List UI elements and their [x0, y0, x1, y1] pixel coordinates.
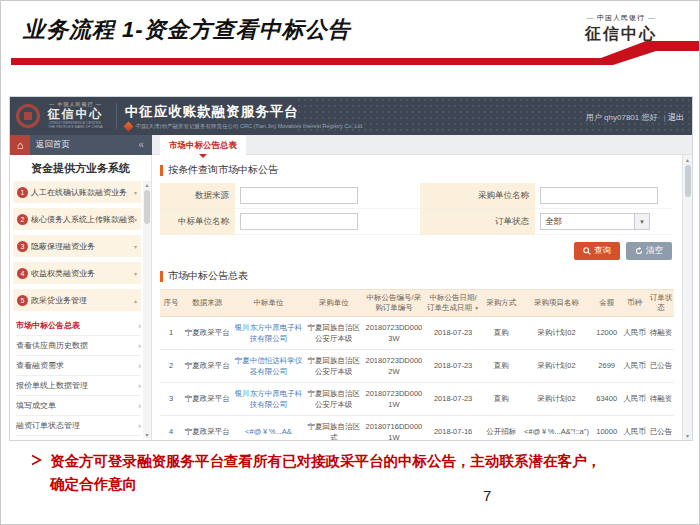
crc-logo-block: 中国人民银行 征信中心 CREDIT REFERENCE CENTER, THE… [10, 102, 114, 129]
arrow-right-icon [138, 321, 141, 331]
scrollbar-thumb[interactable] [144, 190, 150, 224]
winner-name-input[interactable] [240, 213, 358, 230]
purchaser-name-input[interactable] [540, 187, 658, 204]
query-section-title: 按条件查询市场中标公告 [168, 163, 278, 177]
arrow-right-icon [138, 361, 141, 371]
header-divider [116, 103, 117, 129]
sidebar-menu-item-3[interactable]: 3 隐蔽保理融资业务 [13, 235, 141, 257]
nav-bar: 返回首页 [10, 135, 152, 155]
crc-english-line2: THE PEOPLE'S BANK OF CHINA [48, 126, 103, 130]
main-scrollbar[interactable] [682, 155, 692, 440]
table-row: 3 宁夏政采平台 银川东方中原电子科技有限公司 宁夏回族自治区公安厅本级 201… [160, 383, 674, 416]
sidebar-title: 资金提供方业务系统 [10, 155, 151, 179]
scroll-down-icon[interactable] [683, 432, 692, 439]
slide: 业务流程 1-资金方查看中标公告 中国人民银行 征信中心 中国人民银行 征信中心… [0, 0, 700, 525]
submenu-item-online-data-mgmt[interactable]: 报价单线上数据管理 [16, 376, 141, 396]
chevron-down-icon [134, 243, 137, 250]
submenu-item-view-deal-info[interactable]: 查看成交信息 [16, 436, 141, 440]
main-content: 按条件查询市场中标公告 数据来源 采购单位名称 中标单位名称 订单状态 [152, 155, 682, 440]
table-row: 1 宁夏政采平台 银川东方中原电子科技有限公司 宁夏回族自治区公安厅本级 201… [160, 317, 674, 350]
footer-annotation-text: 资金方可登录融资服务平台查看所有已对接政采平台的中标公告，主动联系潜在客户， 确… [50, 450, 601, 496]
menu-number-badge: 4 [17, 268, 28, 279]
sidebar-menu-item-2[interactable]: 2 核心债务人系统上传账款融资业务 [13, 208, 141, 230]
red-ribbon-divider [1, 39, 700, 67]
company-name-cn: 中国(天津)动产融资登记服务有限责任公司 [136, 123, 239, 129]
section-marker [160, 271, 163, 282]
submenu-item-financing-demand[interactable]: 查看融资需求 [16, 356, 141, 376]
app-screenshot: 中国人民银行 征信中心 CREDIT REFERENCE CENTER, THE… [9, 96, 693, 441]
table-row: 2 宁夏政采平台 宁夏中信恒达科学仪器有限公司 宁夏回族自治区公安厅本级 201… [160, 350, 674, 383]
company-name-en: CRC (Tian Jin) Movables Interest Registr… [240, 123, 364, 129]
search-button[interactable]: 查询 [574, 242, 620, 260]
platform-title-block: 中征应收账款融资服务平台 中国(天津)动产融资登记服务有限责任公司 CRC (T… [125, 103, 364, 130]
section-marker [160, 165, 163, 176]
clear-reset-icon [635, 247, 643, 255]
user-greeting: 用户 qhy07801 您好 [586, 113, 658, 122]
arrow-right-icon [138, 421, 141, 431]
sidebar: 资金提供方业务系统 1 人工在线确认账款融资业务 2 核心债务人系统上传账款融资… [10, 155, 152, 440]
scroll-down-icon[interactable] [143, 431, 151, 438]
table-header-row: 序号 数据来源 中标单位 采购单位 中标公告编号/采购订单编号 中标公告日期/订… [160, 290, 674, 317]
winner-company-link[interactable]: 宁夏中信恒达科学仪器有限公司 [232, 350, 304, 383]
chevron-up-icon [134, 297, 137, 304]
platform-title: 中征应收账款融资服务平台 [125, 103, 364, 121]
submenu-item-order-status-mgmt[interactable]: 融资订单状态管理 [16, 416, 141, 436]
scroll-up-icon[interactable] [143, 181, 151, 188]
query-form: 数据来源 采购单位名称 中标单位名称 订单状态 全部 [160, 183, 674, 235]
home-icon[interactable] [10, 135, 30, 155]
submenu-item-supplier-history[interactable]: 查看供应商历史数据 [16, 336, 141, 356]
arrow-right-icon [138, 381, 141, 391]
chevron-down-icon [134, 270, 137, 277]
purchaser-name-label: 采购单位名称 [420, 183, 535, 209]
chevron-down-icon [134, 189, 137, 196]
sidebar-menu-item-1[interactable]: 1 人工在线确认账款融资业务 [13, 181, 141, 203]
data-source-label: 数据来源 [160, 183, 235, 209]
page-number: 7 [483, 487, 491, 504]
winner-company-link[interactable]: 银川东方中原电子科技有限公司 [232, 383, 304, 416]
sidebar-scrollbar[interactable] [143, 181, 151, 438]
sort-desc-icon[interactable] [474, 305, 479, 311]
company-logo-icon [123, 121, 133, 131]
crc-seal-icon [16, 104, 40, 128]
arrow-bullet-icon [31, 454, 42, 466]
sortable-date-header[interactable]: 中标公告日期/订单生成日期 [425, 290, 481, 317]
sidebar-menu-item-5[interactable]: 5 政采贷业务管理 [13, 289, 141, 311]
crc-center-name: 征信中心 [45, 108, 106, 121]
arrow-right-icon [138, 401, 141, 411]
table-section-title: 市场中标公告总表 [168, 269, 248, 283]
scrollbar-thumb[interactable] [685, 165, 691, 197]
chevron-down-icon [134, 216, 137, 223]
winner-company-link[interactable]: 银川东方中原电子科技有限公司 [232, 317, 304, 350]
table-row: 4 宁夏政采平台 <#@￥%...A& 宁夏回族自治区式 20180716DD0… [160, 416, 674, 442]
scroll-up-icon[interactable] [683, 156, 692, 163]
pboc-bank-name: 中国人民银行 [585, 13, 657, 23]
bid-announcement-table: 序号 数据来源 中标单位 采购单位 中标公告编号/采购订单编号 中标公告日期/订… [160, 289, 674, 441]
search-icon [583, 247, 591, 255]
clear-button[interactable]: 清空 [626, 242, 672, 260]
sidebar-menu-item-4[interactable]: 4 收益权类融资业务 [13, 262, 141, 284]
menu-number-badge: 2 [17, 214, 28, 225]
tab-strip: 市场中标公告总表 [152, 135, 692, 155]
logout-link[interactable]: 退出 [664, 113, 684, 122]
app-header: 中国人民银行 征信中心 CREDIT REFERENCE CENTER, THE… [10, 97, 692, 135]
menu-number-badge: 1 [17, 187, 28, 198]
winner-name-label: 中标单位名称 [160, 209, 235, 235]
app-body: 资金提供方业务系统 1 人工在线确认账款融资业务 2 核心债务人系统上传账款融资… [10, 155, 692, 440]
submenu-item-fill-deal-form[interactable]: 填写成交单 [16, 396, 141, 416]
sidebar-collapse-icon[interactable] [138, 135, 144, 155]
winner-company-link[interactable]: <#@￥%...A& [232, 416, 304, 442]
submenu-item-market-bid-list[interactable]: 市场中标公告总表 [16, 316, 141, 336]
menu-number-badge: 3 [17, 241, 28, 252]
dropdown-arrow-icon[interactable] [634, 214, 649, 229]
order-status-select[interactable]: 全部 [540, 213, 650, 230]
nav-row: 返回首页 市场中标公告总表 [10, 135, 692, 155]
arrow-right-icon [138, 341, 141, 351]
tab-market-bid-announcements[interactable]: 市场中标公告总表 [160, 135, 246, 155]
order-status-label: 订单状态 [420, 209, 535, 235]
menu-number-badge: 5 [17, 295, 28, 306]
back-to-home-link[interactable]: 返回首页 [36, 139, 70, 151]
footer-note: 资金方可登录融资服务平台查看所有已对接政采平台的中标公告，主动联系潜在客户， 确… [31, 450, 671, 496]
data-source-input[interactable] [240, 187, 358, 204]
